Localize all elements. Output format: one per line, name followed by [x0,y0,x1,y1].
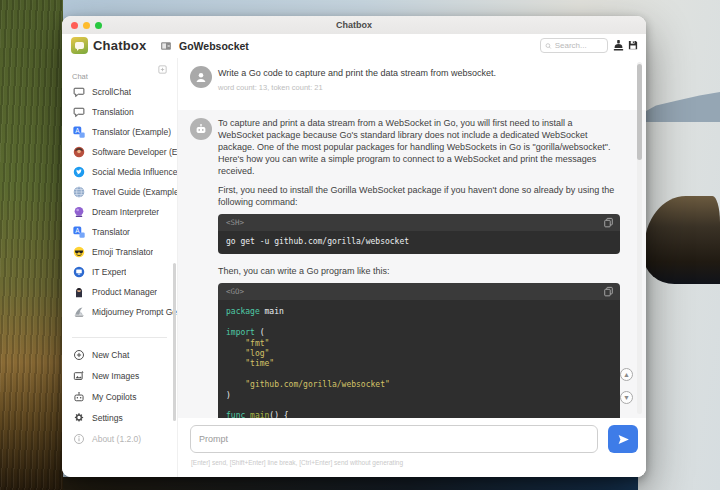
code-block-header: <GO> [218,283,620,300]
chat-bubble-icon [73,86,85,98]
sidebar-item-translation[interactable]: Translation [62,102,177,122]
scroll-to-bottom-button[interactable]: ▼ [620,391,633,404]
new-chat-button[interactable]: New Chat [62,344,177,365]
send-icon [617,433,630,446]
assistant-paragraph: To capture and print a data stream from … [218,117,618,177]
sidebar-item-label: Midjourney Prompt Ge... [92,307,177,317]
footer-item-label: New Chat [92,350,129,360]
globe-icon [73,186,85,198]
person-icon [194,70,208,84]
chatbox-window: Chatbox Chatbox GoWebsocket Chat [62,16,646,477]
code-block-body: package main import ( "fmt" "log" "time"… [218,300,620,418]
developer-emoji-icon [73,146,85,158]
prompt-input[interactable] [191,426,597,452]
assistant-paragraph: First, you need to install the Gorilla W… [218,184,618,208]
code-block-body: go get -u github.com/gorilla/websocket [218,231,620,254]
sidebar-divider [72,337,167,338]
wallpaper-ocean [638,104,720,490]
sidebar-item-label: Software Developer (E... [92,147,177,157]
search-box[interactable] [540,38,608,53]
code-language-label: <SH> [226,218,244,227]
sidebar-item-travel-guide[interactable]: Travel Guide (Example) [62,182,177,202]
copy-code-icon[interactable] [603,217,614,228]
new-conversation-icon[interactable] [158,65,167,74]
svg-text:A: A [75,227,80,234]
user-message-meta: word count: 13, token count: 21 [218,83,323,92]
footer-item-label: New Images [92,371,139,381]
info-icon [73,433,85,445]
sidebar-item-social-media-influencer[interactable]: Social Media Influencer... [62,162,177,182]
titlebar: Chatbox [62,16,646,34]
chatbox-logo-icon [71,37,88,54]
user-message: Write a Go code to capture and print the… [178,58,646,110]
scroll-to-top-button[interactable]: ▲ [620,368,633,381]
user-message-text: Write a Go code to capture and print the… [218,68,496,78]
conversation-title: GoWebsocket [179,40,249,52]
arrow-up-icon: ▲ [623,371,630,378]
footer-item-label: My Copilots [92,392,136,402]
chat-area: Write a Go code to capture and print the… [178,58,646,477]
app-name: Chatbox [93,38,146,53]
footer-item-label: Settings [92,413,123,423]
conversation-list: ScrollChat Translation A Translator (Exa… [62,82,177,322]
sidebar-item-software-developer[interactable]: Software Developer (E... [62,142,177,162]
chat-scrollbar-thumb[interactable] [637,64,642,160]
code-language-label: <GO> [226,287,244,296]
wallpaper-bottom [63,477,638,490]
section-label: Chat [72,72,88,81]
settings-button[interactable]: Settings [62,407,177,428]
translator-icon: A [73,226,85,238]
code-block-header: <SH> [218,214,620,231]
sidebar-footer: New Chat New Images My Copilots Settings… [62,344,177,449]
translator-icon: A [73,126,85,138]
sidebar-item-label: Translator [92,227,130,237]
composer: [Enter] send, [Shift+Enter] line break, … [178,418,646,477]
assistant-paragraph: Then, you can write a Go program like th… [218,265,618,277]
gear-icon [73,412,85,424]
manager-emoji-icon [73,286,85,298]
plus-circle-icon [73,349,85,361]
clean-messages-icon[interactable] [612,39,625,52]
window-title: Chatbox [62,20,646,30]
sidebar-scrollbar-thumb[interactable] [173,263,176,421]
sidebar-item-scrollchat[interactable]: ScrollChat [62,82,177,102]
chat-bubble-icon [73,106,85,118]
sidebar-item-translator[interactable]: A Translator [62,222,177,242]
sidebar-item-midjourney-prompt[interactable]: Midjourney Prompt Ge... [62,302,177,322]
svg-text:A: A [75,127,80,134]
sailboat-icon [73,306,85,318]
code-block-go: <GO> package main import ( "fmt" "log" "… [218,283,620,418]
prompt-box [190,425,598,453]
image-sparkle-icon [73,370,85,382]
composer-hint: [Enter] send, [Shift+Enter] line break, … [191,459,403,466]
sidebar-item-emoji-translator[interactable]: Emoji Translator [62,242,177,262]
robot-icon [73,391,85,403]
sidebar-item-product-manager[interactable]: Product Manager [62,282,177,302]
sidebar-item-label: Emoji Translator [92,247,153,257]
sidebar-item-label: IT Expert [92,267,126,277]
sidebar-item-it-expert[interactable]: IT Expert [62,262,177,282]
assistant-avatar [190,118,212,140]
send-button[interactable] [608,425,638,453]
sidebar-item-dream-interpreter[interactable]: Dream Interpreter [62,202,177,222]
twitter-bird-icon [73,166,85,178]
sidebar-item-label: Translation [92,107,134,117]
sidebar-item-label: Product Manager [92,287,157,297]
crystal-ball-icon [73,206,85,218]
my-copilots-button[interactable]: My Copilots [62,386,177,407]
sidebar-section-header: Chat [72,65,169,77]
sidebar-item-label: Social Media Influencer... [92,167,177,177]
sidebar-item-translator-example[interactable]: A Translator (Example) [62,122,177,142]
sidebar-item-label: ScrollChat [92,87,131,97]
sunglasses-emoji-icon [73,246,85,258]
sidebar-item-label: Translator (Example) [92,127,171,137]
new-images-button[interactable]: New Images [62,365,177,386]
about-button[interactable]: About (1.2.0) [62,428,177,449]
sidebar-toggle-icon[interactable] [160,40,172,52]
copy-code-icon[interactable] [603,286,614,297]
computer-icon [73,266,85,278]
robot-icon [194,122,208,136]
search-input[interactable] [552,41,603,50]
app-header: Chatbox GoWebsocket [62,34,646,58]
save-icon[interactable] [627,39,639,51]
